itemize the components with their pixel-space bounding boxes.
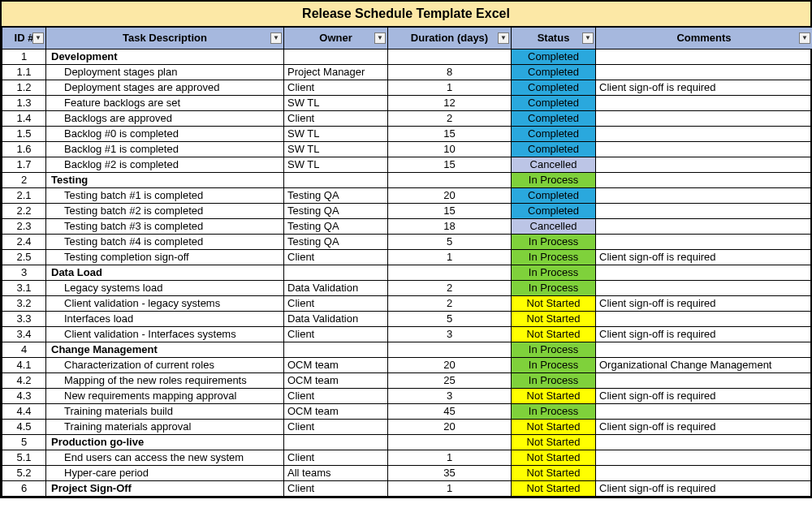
status-badge[interactable]: Cancelled (512, 218, 596, 234)
status-badge[interactable]: Cancelled (512, 157, 596, 172)
cell-comments[interactable] (596, 434, 813, 450)
status-badge[interactable]: In Process (512, 342, 596, 357)
cell-comments[interactable] (596, 280, 813, 295)
task-name[interactable]: Deployment stages plan (46, 64, 284, 80)
status-badge[interactable]: In Process (512, 372, 596, 388)
cell-comments[interactable] (596, 311, 813, 326)
cell-comments[interactable] (596, 157, 813, 172)
col-task[interactable]: Task Description (46, 28, 284, 49)
cell-duration[interactable]: 1 (388, 480, 512, 496)
cell-owner[interactable]: Client (284, 295, 388, 311)
task-name[interactable]: Backlog #0 is completed (46, 126, 284, 141)
status-badge[interactable]: Not Started (512, 295, 596, 311)
cell-id[interactable]: 1.6 (2, 141, 46, 157)
task-name[interactable]: End users can access the new system (46, 450, 284, 465)
status-badge[interactable]: In Process (512, 234, 596, 249)
cell-owner[interactable]: Client (284, 388, 388, 403)
task-name[interactable]: Training materials build (46, 403, 284, 419)
task-name[interactable]: Characterization of current roles (46, 357, 284, 372)
status-badge[interactable]: Not Started (512, 388, 596, 403)
cell-owner[interactable]: SW TL (284, 141, 388, 157)
cell-owner[interactable]: SW TL (284, 95, 388, 110)
cell-id[interactable]: 5.2 (2, 465, 46, 480)
cell-duration[interactable]: 5 (388, 311, 512, 326)
status-badge[interactable]: Completed (512, 141, 596, 157)
section-title[interactable]: Change Management (46, 342, 284, 357)
col-duration[interactable]: Duration (days) (388, 28, 512, 49)
col-id[interactable]: ID # (2, 28, 46, 49)
task-name[interactable]: Testing batch #1 is completed (46, 187, 284, 203)
cell-duration[interactable]: 2 (388, 295, 512, 311)
task-name[interactable]: Client validation - Interfaces systems (46, 326, 284, 342)
cell-comments[interactable] (596, 49, 813, 64)
cell-id[interactable]: 4.4 (2, 403, 46, 419)
cell-id[interactable]: 1.2 (2, 80, 46, 95)
cell-owner[interactable]: SW TL (284, 157, 388, 172)
cell-id[interactable]: 1.5 (2, 126, 46, 141)
cell-comments[interactable] (596, 218, 813, 234)
cell-owner[interactable]: Testing QA (284, 187, 388, 203)
cell-comments[interactable] (596, 403, 813, 419)
cell-duration[interactable]: 20 (388, 357, 512, 372)
cell-duration[interactable]: 15 (388, 126, 512, 141)
status-badge[interactable]: Completed (512, 187, 596, 203)
status-badge[interactable]: Not Started (512, 450, 596, 465)
cell-duration[interactable]: 8 (388, 64, 512, 80)
cell-comments[interactable]: Client sign-off is required (596, 388, 813, 403)
cell-duration[interactable]: 3 (388, 326, 512, 342)
cell-duration[interactable]: 12 (388, 95, 512, 110)
cell-duration[interactable]: 3 (388, 388, 512, 403)
cell-owner[interactable]: Testing QA (284, 203, 388, 218)
status-badge[interactable]: In Process (512, 265, 596, 280)
task-name[interactable]: Testing batch #3 is completed (46, 218, 284, 234)
cell-duration[interactable] (388, 49, 512, 64)
task-name[interactable]: Training materials approval (46, 419, 284, 434)
cell-owner[interactable]: Client (284, 450, 388, 465)
task-name[interactable]: Testing batch #4 is completed (46, 234, 284, 249)
cell-comments[interactable] (596, 234, 813, 249)
filter-icon[interactable] (498, 32, 509, 44)
cell-comments[interactable] (596, 64, 813, 80)
cell-comments[interactable]: Client sign-off is required (596, 295, 813, 311)
cell-id[interactable]: 2.3 (2, 218, 46, 234)
cell-owner[interactable]: Data Validation (284, 280, 388, 295)
cell-owner[interactable]: Testing QA (284, 218, 388, 234)
cell-comments[interactable] (596, 450, 813, 465)
cell-owner[interactable]: Client (284, 326, 388, 342)
status-badge[interactable]: Completed (512, 64, 596, 80)
status-badge[interactable]: Not Started (512, 419, 596, 434)
status-badge[interactable]: Completed (512, 110, 596, 126)
task-name[interactable]: Client validation - legacy systems (46, 295, 284, 311)
cell-comments[interactable] (596, 126, 813, 141)
status-badge[interactable]: Completed (512, 95, 596, 110)
task-name[interactable]: Hyper-care period (46, 465, 284, 480)
cell-comments[interactable] (596, 342, 813, 357)
cell-comments[interactable] (596, 265, 813, 280)
cell-id[interactable]: 2.1 (2, 187, 46, 203)
cell-duration[interactable]: 20 (388, 187, 512, 203)
task-name[interactable]: Interfaces load (46, 311, 284, 326)
cell-comments[interactable] (596, 187, 813, 203)
task-name[interactable]: Testing batch #2 is completed (46, 203, 284, 218)
cell-id[interactable]: 6 (2, 480, 46, 496)
status-badge[interactable]: Completed (512, 80, 596, 95)
cell-id[interactable]: 3.1 (2, 280, 46, 295)
status-badge[interactable]: Not Started (512, 311, 596, 326)
cell-id[interactable]: 4.2 (2, 372, 46, 388)
cell-comments[interactable] (596, 95, 813, 110)
section-title[interactable]: Project Sign-Off (46, 480, 284, 496)
task-name[interactable]: Deployment stages are approved (46, 80, 284, 95)
status-badge[interactable]: In Process (512, 249, 596, 265)
cell-owner[interactable] (284, 172, 388, 187)
cell-duration[interactable]: 15 (388, 157, 512, 172)
section-title[interactable]: Production go-live (46, 434, 284, 450)
cell-id[interactable]: 1.1 (2, 64, 46, 80)
filter-icon[interactable] (582, 32, 594, 44)
status-badge[interactable]: In Process (512, 280, 596, 295)
cell-id[interactable]: 2.4 (2, 234, 46, 249)
cell-owner[interactable] (284, 49, 388, 64)
cell-comments[interactable]: Client sign-off is required (596, 480, 813, 496)
col-status[interactable]: Status (512, 28, 596, 49)
status-badge[interactable]: Not Started (512, 465, 596, 480)
task-name[interactable]: Backlog #2 is completed (46, 157, 284, 172)
